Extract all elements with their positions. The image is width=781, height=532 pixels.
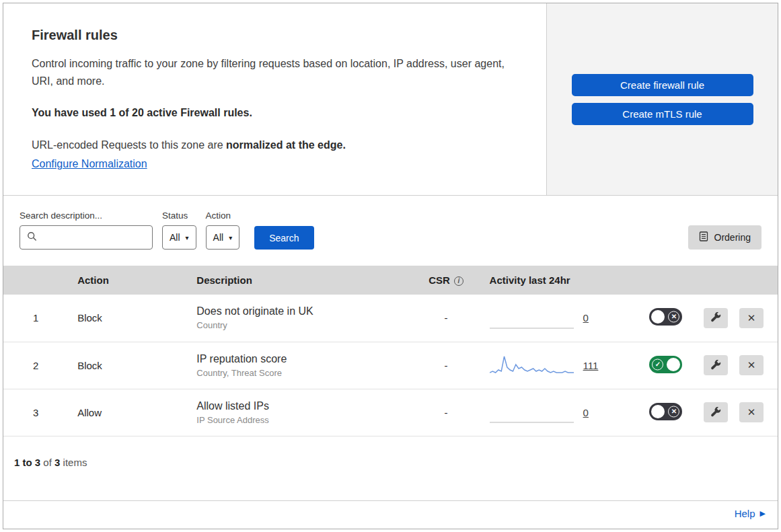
- top-section: Firewall rules Control incoming traffic …: [3, 3, 778, 196]
- rule-description: IP reputation score: [196, 353, 402, 365]
- toggle-state-icon: ✕: [668, 311, 679, 323]
- close-icon: ✕: [747, 312, 756, 324]
- activity-sparkline: [490, 354, 574, 377]
- search-input[interactable]: [42, 231, 145, 243]
- pagination-total: 3: [54, 457, 60, 468]
- column-header-number: [3, 266, 68, 295]
- chevron-down-icon: ▾: [186, 234, 189, 241]
- column-header-action: Action: [68, 266, 187, 295]
- edit-rule-button[interactable]: [704, 355, 728, 375]
- normalization-note: URL-encoded Requests to this zone are no…: [32, 139, 518, 151]
- rule-action: Block: [68, 295, 187, 342]
- toggle-knob: [651, 310, 665, 324]
- status-select-value: All: [170, 232, 180, 243]
- activity-count-link[interactable]: 0: [583, 407, 589, 418]
- activity-count-link[interactable]: 111: [583, 360, 599, 371]
- activity-sparkline: [490, 401, 574, 424]
- rule-enable-toggle[interactable]: ✕: [649, 403, 682, 420]
- help-row: Help ▶: [3, 501, 778, 529]
- search-filter-group: Search description...: [20, 211, 153, 250]
- table-row: 2 Block IP reputation score Country, Thr…: [3, 342, 778, 389]
- chevron-down-icon: ▾: [229, 234, 232, 241]
- rule-number: 1: [3, 295, 68, 342]
- wrench-icon: [710, 406, 721, 419]
- pagination-summary: 1 to 3 of 3 items: [3, 436, 778, 502]
- toggle-knob: [651, 405, 665, 418]
- rule-match-fields: IP Source Address: [196, 415, 402, 425]
- info-icon[interactable]: i: [454, 276, 463, 286]
- rules-table: Action Description CSRi Activity last 24…: [3, 266, 778, 436]
- close-icon: ✕: [747, 406, 756, 418]
- rule-match-fields: Country, Threat Score: [196, 368, 402, 378]
- column-header-activity: Activity last 24hr: [480, 266, 640, 295]
- column-header-edit: [694, 266, 730, 295]
- toggle-state-icon: ✕: [668, 406, 679, 417]
- activity-cell: 0: [490, 307, 631, 330]
- table-row: 3 Allow Allow listed IPs IP Source Addre…: [3, 389, 778, 436]
- rules-table-header: Action Description CSRi Activity last 24…: [3, 266, 778, 295]
- action-filter-group: Action All ▾: [206, 211, 240, 250]
- help-link-label: Help: [735, 508, 755, 519]
- column-header-description: Description: [187, 266, 412, 295]
- activity-sparkline: [490, 307, 574, 330]
- rule-csr-value: -: [412, 342, 480, 389]
- page-description: Control incoming traffic to your zone by…: [32, 55, 513, 89]
- filter-bar: Search description... Status All ▾ Actio…: [3, 196, 778, 266]
- pagination-of: of: [43, 457, 52, 468]
- search-icon: [27, 231, 37, 244]
- actions-panel: Create firewall rule Create mTLS rule: [547, 3, 778, 195]
- rule-number: 2: [3, 342, 68, 389]
- usage-summary: You have used 1 of 20 active Firewall ru…: [32, 107, 518, 119]
- rule-action: Allow: [68, 389, 187, 436]
- create-mtls-rule-button[interactable]: Create mTLS rule: [572, 103, 753, 125]
- column-header-delete: [730, 266, 778, 295]
- pagination-range: 1 to 3: [14, 457, 40, 468]
- column-header-toggle: [640, 266, 694, 295]
- page-title: Firewall rules: [32, 28, 518, 43]
- search-button[interactable]: Search: [254, 226, 313, 250]
- search-label: Search description...: [20, 211, 153, 221]
- ordering-button[interactable]: Ordering: [688, 225, 761, 250]
- toggle-state-icon: ✓: [652, 358, 663, 370]
- firewall-rules-page: Firewall rules Control incoming traffic …: [3, 3, 778, 529]
- action-label: Action: [206, 211, 240, 221]
- status-filter-group: Status All ▾: [162, 211, 196, 250]
- edit-rule-button[interactable]: [704, 308, 728, 328]
- delete-rule-button[interactable]: ✕: [739, 308, 764, 328]
- normalization-note-bold: normalized at the edge.: [226, 139, 346, 151]
- rule-number: 3: [3, 389, 68, 436]
- table-row: 1 Block Does not originate in UK Country…: [3, 295, 778, 342]
- csr-header-label: CSR: [429, 274, 450, 286]
- rule-match-fields: Country: [196, 320, 402, 330]
- help-link[interactable]: Help ▶: [735, 508, 766, 519]
- arrow-right-icon: ▶: [760, 509, 766, 518]
- action-select-value: All: [213, 232, 224, 243]
- rule-enable-toggle[interactable]: ✕: [649, 308, 682, 326]
- search-box: [20, 225, 153, 250]
- wrench-icon: [710, 359, 721, 372]
- delete-rule-button[interactable]: ✕: [739, 402, 764, 422]
- rule-description: Does not originate in UK: [196, 305, 402, 317]
- activity-cell: 0: [490, 401, 631, 424]
- wrench-icon: [710, 311, 721, 324]
- configure-normalization-link[interactable]: Configure Normalization: [32, 158, 147, 169]
- ordering-button-label: Ordering: [714, 232, 751, 243]
- edit-rule-button[interactable]: [704, 402, 728, 422]
- rule-csr-value: -: [412, 389, 480, 436]
- status-label: Status: [162, 211, 196, 221]
- rule-action: Block: [68, 342, 187, 389]
- status-select[interactable]: All ▾: [162, 225, 196, 250]
- rules-table-body: 1 Block Does not originate in UK Country…: [3, 295, 778, 436]
- close-icon: ✕: [747, 359, 756, 371]
- create-firewall-rule-button[interactable]: Create firewall rule: [572, 74, 753, 96]
- delete-rule-button[interactable]: ✕: [739, 355, 764, 375]
- activity-cell: 111: [490, 354, 631, 377]
- rule-csr-value: -: [412, 295, 480, 342]
- action-select[interactable]: All ▾: [206, 225, 240, 250]
- column-header-csr: CSRi: [412, 266, 480, 295]
- rule-enable-toggle[interactable]: ✓: [649, 356, 682, 373]
- activity-count-link[interactable]: 0: [583, 312, 589, 324]
- pagination-items-label: items: [63, 457, 87, 468]
- intro-card: Firewall rules Control incoming traffic …: [3, 3, 547, 195]
- list-icon: [699, 231, 708, 243]
